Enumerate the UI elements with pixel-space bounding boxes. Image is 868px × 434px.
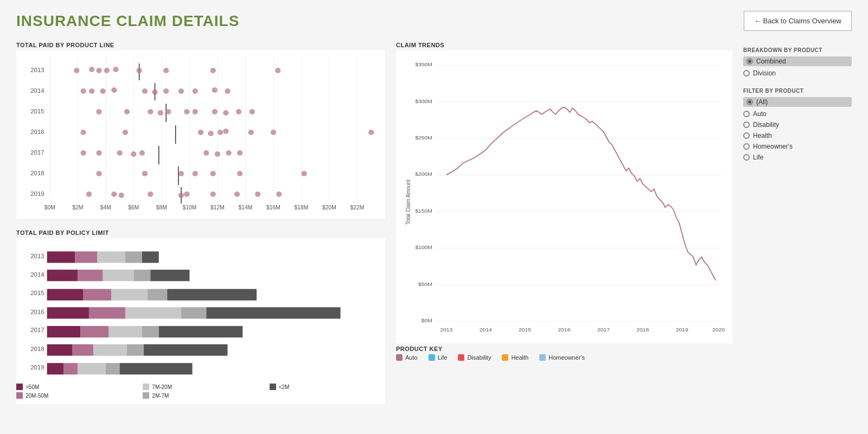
svg-text:$150M: $150M xyxy=(415,208,432,214)
filter-life-label: Life xyxy=(753,154,763,161)
svg-point-67 xyxy=(96,150,101,156)
svg-point-27 xyxy=(89,67,94,72)
legend-label-1: >50M xyxy=(25,384,39,390)
svg-text:2018: 2018 xyxy=(30,346,44,352)
svg-point-41 xyxy=(163,88,169,94)
filter-auto-label: Auto xyxy=(753,110,767,118)
svg-text:2015: 2015 xyxy=(30,108,44,114)
svg-rect-125 xyxy=(167,289,257,301)
svg-point-48 xyxy=(148,109,153,114)
svg-point-58 xyxy=(123,130,128,135)
svg-text:2017: 2017 xyxy=(597,327,610,333)
filter-disability-radio[interactable] xyxy=(743,122,750,128)
svg-rect-141 xyxy=(47,363,64,374)
svg-rect-112 xyxy=(75,251,97,263)
filter-homeowners-option[interactable]: Homeowner's xyxy=(743,143,852,150)
svg-point-38 xyxy=(111,87,117,93)
svg-text:2019: 2019 xyxy=(30,190,44,197)
svg-text:$6M: $6M xyxy=(128,205,139,210)
svg-text:2019: 2019 xyxy=(676,327,688,333)
svg-rect-123 xyxy=(111,289,148,301)
svg-text:2017: 2017 xyxy=(30,149,44,156)
controls-panel: BREAKDOWN BY PRODUCT Combined Division F… xyxy=(743,42,852,361)
product-key-label: PRODUCT KEY xyxy=(396,346,732,352)
filter-health-option[interactable]: Health xyxy=(743,132,852,139)
svg-text:2016: 2016 xyxy=(30,129,44,135)
svg-rect-137 xyxy=(72,344,93,356)
breakdown-division-option[interactable]: Division xyxy=(743,69,852,77)
trend-chart-title: CLAIM TRENDS xyxy=(396,42,732,48)
breakdown-division-label: Division xyxy=(753,69,776,77)
svg-text:$0M: $0M xyxy=(422,317,432,323)
svg-point-44 xyxy=(212,87,218,93)
dot-chart: 2013 2014 2015 2016 2017 2018 2019 xyxy=(16,56,385,213)
svg-point-53 xyxy=(212,109,218,114)
svg-text:$350M: $350M xyxy=(415,62,432,68)
filter-all-option[interactable]: (All) xyxy=(743,97,852,107)
svg-point-29 xyxy=(104,68,110,73)
back-to-claims-button[interactable]: ← Back to Claims Overview xyxy=(744,11,852,31)
breakdown-division-radio[interactable] xyxy=(743,70,750,76)
svg-point-90 xyxy=(255,192,260,197)
svg-point-89 xyxy=(234,192,240,197)
filter-disability-label: Disability xyxy=(753,121,779,129)
svg-point-85 xyxy=(148,192,153,197)
svg-point-43 xyxy=(193,88,198,94)
svg-text:2013: 2013 xyxy=(30,67,44,73)
svg-point-31 xyxy=(137,68,142,73)
breakdown-label: BREAKDOWN BY PRODUCT xyxy=(743,47,852,53)
svg-point-26 xyxy=(74,68,79,73)
dot-chart-title: TOTAL PAID BY PRODUCT LINE xyxy=(16,42,385,48)
svg-rect-124 xyxy=(148,289,167,301)
svg-point-52 xyxy=(193,109,198,114)
svg-point-71 xyxy=(203,150,209,156)
svg-rect-114 xyxy=(125,251,142,263)
svg-text:2020: 2020 xyxy=(712,327,725,333)
svg-point-49 xyxy=(158,110,163,116)
svg-text:$0M: $0M xyxy=(44,205,55,210)
svg-point-36 xyxy=(89,88,94,94)
filter-auto-radio[interactable] xyxy=(743,111,750,117)
legend-label-3: 7M-20M xyxy=(152,384,172,390)
svg-point-73 xyxy=(226,150,231,156)
svg-text:$300M: $300M xyxy=(415,98,432,104)
svg-text:$250M: $250M xyxy=(415,135,432,141)
svg-rect-122 xyxy=(84,289,112,301)
svg-point-33 xyxy=(210,68,216,73)
svg-point-54 xyxy=(223,110,228,116)
filter-disability-option[interactable]: Disability xyxy=(743,121,852,129)
policy-legend: >50M 7M-20M <2M 20M-50M xyxy=(16,384,385,399)
svg-point-76 xyxy=(142,171,148,176)
svg-text:2016: 2016 xyxy=(558,327,571,333)
svg-text:$16M: $16M xyxy=(266,205,280,210)
legend-label-2: 20M-50M xyxy=(25,393,48,399)
page-title: INSURANCE CLAIM DETAILS xyxy=(16,12,239,30)
svg-rect-140 xyxy=(144,344,228,356)
legend-label-4: 2M-7M xyxy=(152,393,169,399)
svg-text:$22M: $22M xyxy=(350,205,365,210)
svg-point-40 xyxy=(152,90,157,95)
svg-point-34 xyxy=(275,68,280,73)
svg-point-63 xyxy=(248,130,254,135)
svg-point-80 xyxy=(237,171,242,176)
svg-text:$12M: $12M xyxy=(210,205,225,210)
product-key: Auto Life Disability xyxy=(396,354,732,361)
key-health: Health xyxy=(511,354,528,361)
svg-text:2016: 2016 xyxy=(30,309,44,315)
filter-health-radio[interactable] xyxy=(743,132,750,139)
svg-point-59 xyxy=(198,130,203,135)
svg-rect-113 xyxy=(97,251,125,263)
filter-life-option[interactable]: Life xyxy=(743,154,852,161)
filter-life-radio[interactable] xyxy=(743,154,750,161)
svg-rect-142 xyxy=(64,363,78,374)
svg-rect-144 xyxy=(106,363,120,374)
breakdown-combined-option[interactable]: Combined xyxy=(743,56,852,66)
filter-all-radio[interactable] xyxy=(746,99,753,105)
filter-homeowners-radio[interactable] xyxy=(743,143,750,150)
filter-auto-option[interactable]: Auto xyxy=(743,110,852,118)
breakdown-combined-radio[interactable] xyxy=(746,58,753,65)
svg-point-30 xyxy=(113,67,118,72)
svg-rect-118 xyxy=(103,270,134,281)
svg-point-79 xyxy=(210,171,216,176)
svg-point-42 xyxy=(178,88,184,94)
